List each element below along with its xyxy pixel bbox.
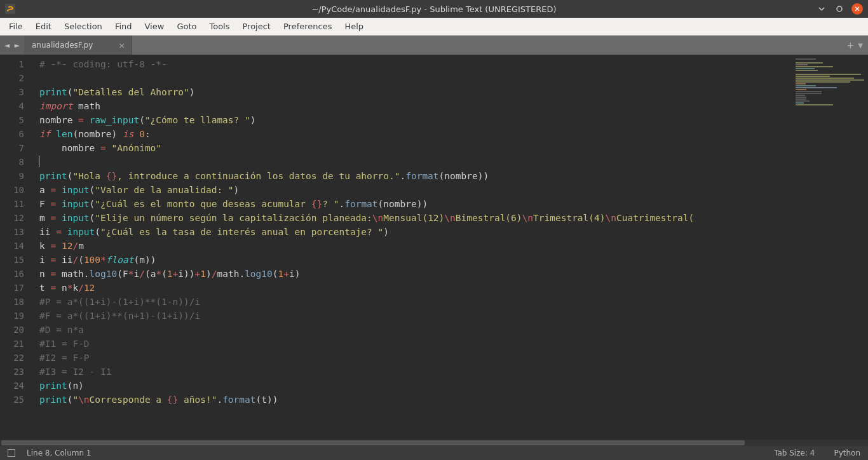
line-number: 1 xyxy=(0,57,24,71)
line-number: 19 xyxy=(0,309,24,323)
minimize-button[interactable] xyxy=(816,3,827,15)
line-number: 5 xyxy=(0,113,24,127)
new-tab-icon[interactable]: + xyxy=(847,40,855,50)
line-number: 16 xyxy=(0,267,24,281)
menu-find[interactable]: Find xyxy=(109,19,139,34)
line-number: 15 xyxy=(0,253,24,267)
menu-file[interactable]: File xyxy=(3,19,29,34)
line-number: 14 xyxy=(0,239,24,253)
menu-view[interactable]: View xyxy=(139,19,171,34)
menu-tools[interactable]: Tools xyxy=(203,19,236,34)
line-number: 9 xyxy=(0,169,24,183)
status-syntax[interactable]: Python xyxy=(834,449,860,457)
tab-close-icon[interactable]: × xyxy=(118,41,125,50)
menu-preferences[interactable]: Preferences xyxy=(277,19,338,34)
menu-project[interactable]: Project xyxy=(236,19,276,34)
line-number: 8 xyxy=(0,155,24,169)
line-number: 2 xyxy=(0,71,24,85)
status-right: Tab Size: 4 Python xyxy=(774,449,860,457)
line-number: 18 xyxy=(0,295,24,309)
statusbar: Line 8, Column 1 Tab Size: 4 Python xyxy=(0,446,868,460)
window-title: ~/PyCode/anualidadesF.py - Sublime Text … xyxy=(311,4,556,14)
status-position[interactable]: Line 8, Column 1 xyxy=(27,449,92,457)
svg-point-1 xyxy=(837,6,842,11)
tabbar-right: + ▼ xyxy=(842,36,868,55)
line-number: 10 xyxy=(0,183,24,197)
menu-edit[interactable]: Edit xyxy=(29,19,58,34)
line-number: 22 xyxy=(0,351,24,365)
tab-active[interactable]: anualidadesF.py × xyxy=(24,36,132,55)
line-number: 4 xyxy=(0,99,24,113)
line-number: 25 xyxy=(0,393,24,407)
tabbar: ◄ ► anualidadesF.py × + ▼ xyxy=(0,36,868,55)
minimap-content xyxy=(796,58,864,106)
tab-menu-icon[interactable]: ▼ xyxy=(858,42,863,49)
app-icon xyxy=(5,4,15,14)
menu-selection[interactable]: Selection xyxy=(58,19,109,34)
line-number: 23 xyxy=(0,365,24,379)
menu-help[interactable]: Help xyxy=(338,19,370,34)
menu-goto[interactable]: Goto xyxy=(170,19,203,34)
close-button[interactable] xyxy=(851,3,863,15)
line-number: 20 xyxy=(0,323,24,337)
line-number: 6 xyxy=(0,127,24,141)
scrollbar-thumb[interactable] xyxy=(1,440,745,445)
line-number: 24 xyxy=(0,379,24,393)
minimap[interactable] xyxy=(792,55,868,440)
tab-nav: ◄ ► xyxy=(0,36,24,55)
line-number: 7 xyxy=(0,141,24,155)
line-number: 11 xyxy=(0,197,24,211)
tab-label: anualidadesF.py xyxy=(32,41,93,50)
line-number: 3 xyxy=(0,85,24,99)
menubar: File Edit Selection Find View Goto Tools… xyxy=(0,18,868,36)
tab-nav-next-icon[interactable]: ► xyxy=(13,39,22,51)
window-titlebar: ~/PyCode/anualidadesF.py - Sublime Text … xyxy=(0,0,868,18)
horizontal-scrollbar[interactable] xyxy=(0,440,868,446)
panel-switch-icon[interactable] xyxy=(8,449,15,457)
status-tab-size[interactable]: Tab Size: 4 xyxy=(774,449,815,457)
maximize-button[interactable] xyxy=(834,3,845,15)
editor-area: 1 2 3 4 5 6 7 8 9 10 11 12 13 14 15 16 1… xyxy=(0,55,868,440)
line-gutter: 1 2 3 4 5 6 7 8 9 10 11 12 13 14 15 16 1… xyxy=(0,55,32,440)
line-number: 21 xyxy=(0,337,24,351)
line-number: 13 xyxy=(0,225,24,239)
line-number: 17 xyxy=(0,281,24,295)
line-number: 12 xyxy=(0,211,24,225)
code-editor[interactable]: # -*- coding: utf-8 -*- print("Detalles … xyxy=(32,55,792,440)
tab-nav-prev-icon[interactable]: ◄ xyxy=(3,39,11,51)
window-controls xyxy=(816,3,863,15)
